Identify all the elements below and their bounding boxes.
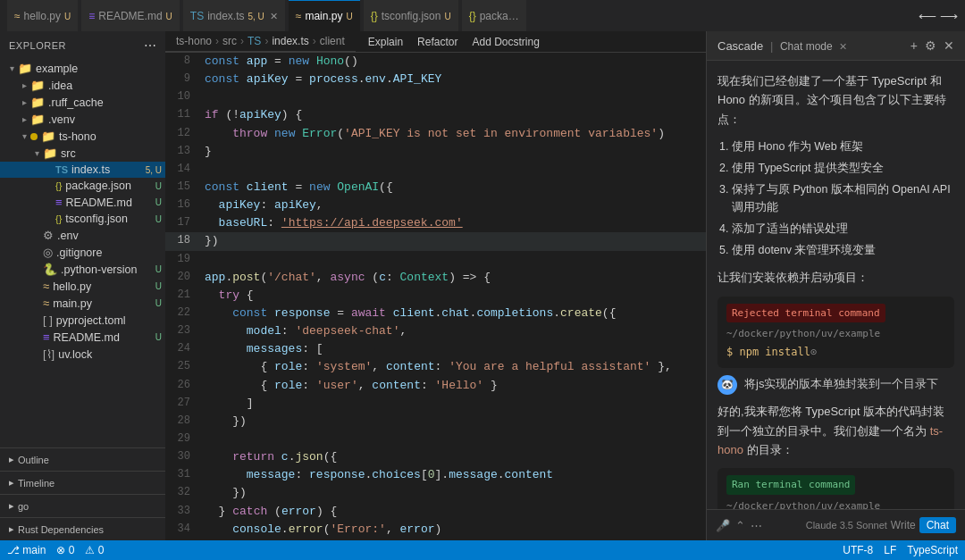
rejected-badge: Rejected terminal command [726,304,945,327]
breadcrumb: ts-hono › src › TS › index.ts › client [165,31,356,52]
plus-icon[interactable]: + [910,38,918,53]
breadcrumb-ts-hono[interactable]: ts-hono [176,35,212,47]
copy-icon[interactable]: ⊙ [810,344,817,361]
tree-item-python-version[interactable]: 🐍 .python-version U [0,261,165,278]
chevron-right-icon: ▸ [9,454,14,465]
nav-prev[interactable]: ⟵ [919,9,936,23]
code-editor[interactable]: 8 const app = new Hono() 9 const apiKey … [165,53,706,540]
assistant-message-3: 好的,我来帮您将 TypeScript 版本的代码封装到一个独立的目录中。我们创… [717,402,954,459]
tab-hello-py[interactable]: ≈ hello.py U [7,0,78,31]
breadcrumb-client[interactable]: client [320,35,345,47]
code-line: 23 model: 'deepseek-chat', [165,322,706,340]
tab-index-ts[interactable]: TS index.ts 5, U ✕ [183,0,285,31]
chevron-right-icon: ▸ [9,500,14,512]
tree-item-uv-lock[interactable]: [⌇] uv.lock [0,346,165,363]
tree-item-gitignore[interactable]: ◎ .gitignore [0,244,165,261]
code-line: 11 if (!apiKey) { [165,106,706,124]
chat-button[interactable]: Chat [919,517,956,533]
code-line: 30 return c.json({ [165,448,706,466]
line-ending[interactable]: LF [884,544,896,556]
code-line: 32 }) [165,484,706,502]
tree-badge: 5, U [146,165,162,175]
close-icon[interactable]: ✕ [944,38,954,53]
code-line: 10 [165,88,706,106]
tree-item-hello-py[interactable]: ≈ hello.py U [0,278,165,295]
tree-item-src[interactable]: ▾ 📁 src [0,145,165,162]
sidebar-menu-icon[interactable]: ⋯ [144,38,157,53]
sidebar-section-timeline[interactable]: ▸ Timeline [0,471,165,494]
sidebar-section-outline[interactable]: ▸ Outline [0,447,165,471]
code-line: 29 [165,430,706,448]
breadcrumb-sep: › [264,35,268,47]
cascade-label: Cascade [717,39,763,53]
git-branch[interactable]: ⎇ main [7,544,46,556]
list-item: 添加了适当的错误处理 [732,220,954,238]
add-docstring-button[interactable]: Add Docstring [466,34,544,50]
attachment-icon[interactable]: ⌃ [735,519,745,532]
tree-item-example[interactable]: ▾ 📁 example [0,60,165,77]
code-line: 27 ] [165,395,706,413]
tree-label: .ruff_cache [48,96,165,109]
json-icon: {} [469,10,476,22]
md-file-icon: ≡ [43,330,50,344]
ran-command-block: Ran terminal command ~/docker/python/uv/… [717,468,954,509]
mic-icon[interactable]: 🎤 [716,519,730,532]
refactor-button[interactable]: Refactor [412,34,463,50]
language-mode[interactable]: TypeScript [907,544,958,556]
tab-bar: ≈ hello.py U ≡ README.md U TS index.ts 5… [0,0,965,31]
more-icon[interactable]: ⋯ [751,519,762,532]
code-line: 31 message: response.choices[0].message.… [165,466,706,484]
tab-tsconfig[interactable]: {} tsconfig.json U [364,0,458,31]
panel-header-icons: + ⚙ ✕ [910,38,954,53]
tab-main-py[interactable]: ≈ main.py U [289,0,360,31]
sidebar-section-rust[interactable]: ▸ Rust Dependencies [0,517,165,540]
tab-label: README.md [98,10,162,22]
sidebar-section-go[interactable]: ▸ go [0,494,165,517]
tree-item-index-ts[interactable]: TS index.ts 5, U [0,162,165,178]
editor-area: ts-hono › src › TS › index.ts › client E… [165,31,706,540]
tree-item-venv[interactable]: ▸ 📁 .venv [0,111,165,128]
code-line: 19 [165,251,706,269]
tree-item-ruff-cache[interactable]: ▸ 📁 .ruff_cache [0,94,165,111]
breadcrumb-index-ts[interactable]: index.ts [272,35,308,47]
tree-label: example [36,63,165,75]
ts-icon: TS [190,10,204,22]
tree-item-main-py[interactable]: ≈ main.py U [0,295,165,312]
tab-label: hello.py [24,10,61,22]
tree-item-package-json[interactable]: {} package.json U [0,178,165,194]
explain-button[interactable]: Explain [363,34,408,50]
assistant-message-1: 现在我们已经创建了一个基于 TypeScript 和 Hono 的新项目。这个项… [717,71,954,129]
list-item: 使用 Hono 作为 Web 框架 [732,138,954,155]
breadcrumb-ts[interactable]: TS [248,35,261,47]
folder-icon: 📁 [30,96,45,109]
write-button[interactable]: Write [891,519,916,531]
tree-badge: U [155,181,162,191]
panel-header: Cascade | Chat mode ✕ + ⚙ ✕ [707,31,965,61]
tree-item-tsconfig[interactable]: {} tsconfig.json U [0,211,165,227]
tab-readme[interactable]: ≡ README.md U [81,0,180,31]
editor-toolbar: Explain Refactor Add Docstring [356,34,552,50]
command-text: $ npm install [726,344,810,361]
mode-close-icon[interactable]: ✕ [839,41,847,52]
tree-badge: U [155,298,162,308]
tree-item-readme-src[interactable]: ≡ README.md U [0,194,165,211]
py-file-icon: ≈ [43,297,49,310]
settings-icon[interactable]: ⚙ [925,38,936,53]
tree-item-ts-hono[interactable]: ▾ 📁 ts-hono [0,128,165,145]
tab-close-icon[interactable]: ✕ [270,11,278,22]
tab-package[interactable]: {} packa… [462,0,526,31]
code-line: 34 console.error('Error:', error) [165,521,706,539]
tree-item-readme[interactable]: ≡ README.md U [0,329,165,346]
tab-label: index.ts [207,10,244,22]
tree-item-idea[interactable]: ▸ 📁 .idea [0,77,165,94]
tree-label: index.ts [71,163,146,176]
chevron-right-icon: ▸ [9,477,14,489]
breadcrumb-src[interactable]: src [222,35,237,47]
tree-badge: U [155,197,162,207]
encoding[interactable]: UTF-8 [843,544,873,556]
tree-item-pyproject[interactable]: [ ] pyproject.toml [0,312,165,329]
tree-label: .idea [48,79,165,92]
tree-item-env[interactable]: ⚙ .env [0,227,165,244]
nav-next[interactable]: ⟶ [940,9,958,23]
py-icon: ≈ [14,10,21,22]
